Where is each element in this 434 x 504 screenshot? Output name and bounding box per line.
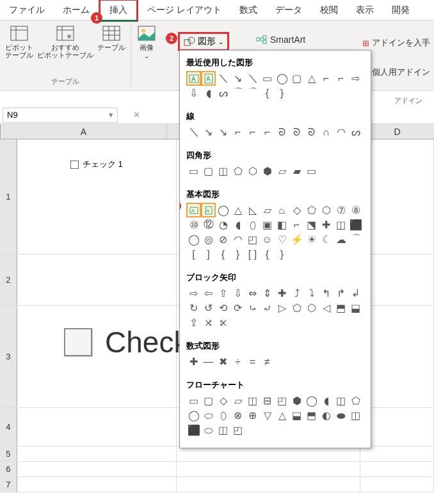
ba5[interactable]: ⇔ bbox=[245, 286, 260, 301]
fc6[interactable]: ⊟ bbox=[260, 393, 275, 408]
large-check-shape[interactable]: Check bbox=[64, 325, 188, 359]
shape-brace-l[interactable]: { bbox=[260, 86, 275, 100]
shape-arrow-line[interactable]: ↘ bbox=[230, 71, 245, 86]
ba25[interactable]: ⇪ bbox=[186, 315, 201, 330]
fc2[interactable]: ▢ bbox=[201, 393, 216, 408]
fc15[interactable]: ⬯ bbox=[216, 408, 230, 423]
b-pie[interactable]: ◔ bbox=[216, 217, 230, 232]
b-fold[interactable]: ◰ bbox=[245, 232, 260, 247]
cell-d2[interactable] bbox=[360, 255, 434, 305]
ba26[interactable]: ⤨ bbox=[201, 315, 216, 330]
b-dia[interactable]: ◇ bbox=[289, 203, 304, 217]
b-bolt[interactable]: ⚡ bbox=[289, 232, 304, 247]
b-10[interactable]: ⑩ bbox=[186, 217, 201, 232]
b-cloud[interactable]: ☁ bbox=[334, 232, 348, 247]
shape-arc2[interactable]: ⌒ bbox=[245, 86, 260, 100]
tab-page-layout[interactable]: ページ レイアウト bbox=[138, 1, 230, 20]
cell-d6[interactable] bbox=[360, 462, 434, 476]
b-tri[interactable]: △ bbox=[230, 203, 245, 217]
fc11[interactable]: ◫ bbox=[334, 393, 348, 408]
rect4[interactable]: ⬠ bbox=[230, 164, 245, 178]
row-header-3[interactable]: 3 bbox=[0, 306, 17, 407]
line11[interactable]: ◠ bbox=[334, 125, 348, 139]
b-arc4[interactable]: ⌒ bbox=[348, 232, 363, 247]
b-12[interactable]: ⑫ bbox=[201, 217, 216, 232]
fc9[interactable]: ◯ bbox=[304, 393, 319, 408]
my-addins-button[interactable]: 個人用アドイン bbox=[372, 67, 430, 78]
b-oval[interactable]: ◯ bbox=[216, 203, 230, 217]
line10[interactable]: ∩ bbox=[319, 125, 334, 139]
shape-oval[interactable]: ◯ bbox=[275, 71, 289, 86]
table-button[interactable]: テーブル bbox=[97, 24, 125, 59]
row-header-4[interactable]: 4 bbox=[0, 408, 17, 446]
ba11[interactable]: ↱ bbox=[334, 286, 348, 301]
ba6[interactable]: ⇕ bbox=[260, 286, 275, 301]
b-pent[interactable]: ⬠ bbox=[304, 203, 319, 217]
rect2[interactable]: ▢ bbox=[201, 164, 216, 178]
rect1[interactable]: ▭ bbox=[186, 164, 201, 178]
b-para[interactable]: ▱ bbox=[260, 203, 275, 217]
line12[interactable]: ᔕ bbox=[348, 125, 363, 139]
fc18[interactable]: ▽ bbox=[260, 408, 275, 423]
shape-triangle[interactable]: △ bbox=[304, 71, 319, 86]
rect8[interactable]: ▰ bbox=[289, 164, 304, 178]
line2[interactable]: ↘ bbox=[201, 125, 216, 139]
fc19[interactable]: △ bbox=[275, 408, 289, 423]
eq-eq[interactable]: = bbox=[245, 354, 260, 369]
shape-arc[interactable]: ⌒ bbox=[230, 86, 245, 100]
eq-minus[interactable]: — bbox=[201, 354, 216, 369]
line1[interactable]: ＼ bbox=[186, 125, 201, 139]
b-cyl2[interactable]: ◯ bbox=[186, 232, 201, 247]
image-button[interactable]: 画像 ⌄ bbox=[136, 24, 157, 59]
line4[interactable]: ⌐ bbox=[230, 125, 245, 139]
b-rtri[interactable]: ◺ bbox=[245, 203, 260, 217]
b-no[interactable]: ⊘ bbox=[216, 232, 230, 247]
b-corn[interactable]: ⬔ bbox=[304, 217, 319, 232]
fc16[interactable]: ⊗ bbox=[230, 408, 245, 423]
b-hex[interactable]: ⬡ bbox=[319, 203, 334, 217]
pivot-table-button[interactable]: ピボット テーブル bbox=[5, 24, 33, 59]
ba9[interactable]: ⤵ bbox=[304, 286, 319, 301]
shapes-dropdown-button[interactable]: 2 図形 ⌄ bbox=[178, 32, 229, 51]
rect7[interactable]: ▱ bbox=[275, 164, 289, 178]
fc17[interactable]: ⊕ bbox=[245, 408, 260, 423]
fc12[interactable]: ⬠ bbox=[348, 393, 363, 408]
line8[interactable]: ᘐ bbox=[289, 125, 304, 139]
ba24[interactable]: ⬓ bbox=[348, 301, 363, 315]
cell-d3[interactable] bbox=[360, 306, 434, 407]
checkbox-control-1[interactable]: チェック 1 bbox=[70, 159, 123, 170]
b-sun[interactable]: ☀ bbox=[304, 232, 319, 247]
shape-l[interactable]: ⌐ bbox=[319, 71, 334, 86]
b-bc2[interactable]: } bbox=[230, 247, 245, 262]
tab-formulas[interactable]: 数式 bbox=[230, 1, 266, 20]
tab-developer[interactable]: 開発 bbox=[383, 1, 419, 20]
tab-file[interactable]: ファイル bbox=[0, 1, 54, 20]
ba8[interactable]: ⤴ bbox=[289, 286, 304, 301]
smartart-button[interactable]: SmartArt bbox=[256, 35, 305, 45]
b-br1[interactable]: [ bbox=[186, 247, 201, 262]
fc26[interactable]: ⬭ bbox=[201, 423, 216, 437]
name-box[interactable]: N9 ▾ bbox=[3, 107, 118, 123]
fc24[interactable]: ◫ bbox=[348, 408, 363, 423]
tab-view[interactable]: 表示 bbox=[347, 1, 383, 20]
cell-d1[interactable] bbox=[360, 139, 434, 254]
b-smile[interactable]: ☺ bbox=[260, 232, 275, 247]
b-l[interactable]: ⌐ bbox=[289, 217, 304, 232]
ba18[interactable]: ⤾ bbox=[260, 301, 275, 315]
cell-a1[interactable] bbox=[17, 139, 177, 254]
ba23[interactable]: ⬒ bbox=[334, 301, 348, 315]
row-header-7[interactable]: 7 bbox=[0, 477, 17, 492]
shape-line[interactable]: ＼ bbox=[216, 71, 230, 86]
get-addins-button[interactable]: ⊞ アドインを入手 bbox=[362, 37, 430, 49]
cell-a5[interactable] bbox=[17, 446, 177, 461]
rect9[interactable]: ▭ bbox=[304, 164, 319, 178]
ba1[interactable]: ⇨ bbox=[186, 286, 201, 301]
b-half[interactable]: ◧ bbox=[275, 217, 289, 232]
fc27[interactable]: ◫ bbox=[216, 423, 230, 437]
shape-textbox-v[interactable]: A bbox=[201, 71, 216, 86]
b-chord[interactable]: ◖ bbox=[230, 217, 245, 232]
fc8[interactable]: ⬢ bbox=[289, 393, 304, 408]
ba2[interactable]: ⇦ bbox=[201, 286, 216, 301]
shape-arrow-r[interactable]: ⇨ bbox=[348, 71, 363, 86]
b-bc1[interactable]: { bbox=[216, 247, 230, 262]
